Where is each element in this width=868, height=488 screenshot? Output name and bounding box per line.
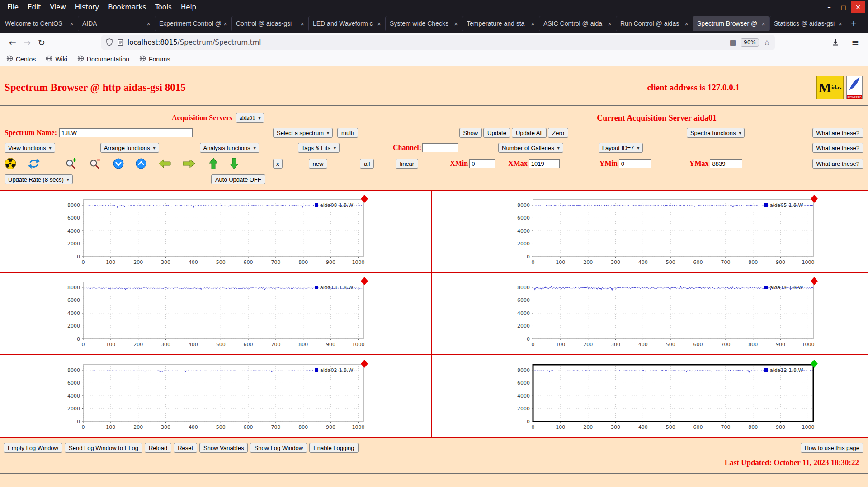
how-to-use-button[interactable]: How to use this page [801,443,863,453]
page-info-icon[interactable] [117,39,124,46]
tab-led-waveform[interactable]: LED and Waveform c × [308,16,385,31]
tags-fits-dropdown[interactable]: Tags & Fits ▾ [298,143,340,153]
spectrum-chart-aida13[interactable]: 0100200300400500600700800900100002000400… [58,275,370,352]
tab-asic-control[interactable]: ASIC Control @ aida × [539,16,616,31]
tab-close-icon[interactable]: × [531,20,535,28]
linear-button[interactable]: linear [396,159,418,169]
arrow-right-icon[interactable] [183,159,195,168]
enable-logging-button[interactable]: Enable Logging [309,443,358,453]
spectrum-chart-aida02[interactable]: 0100200300400500600700800900100002000400… [58,357,370,435]
tab-run-control[interactable]: Run Control @ aidas × [616,16,693,31]
refresh-icon[interactable] [28,158,40,169]
downloads-icon[interactable] [828,36,843,49]
tab-spectrum-browser[interactable]: Spectrum Browser @ × [693,16,769,31]
tab-close-icon[interactable]: × [684,20,689,28]
zero-button[interactable]: Zero [548,128,568,138]
new-button[interactable]: new [309,159,328,169]
zoom-in-icon[interactable] [65,158,77,169]
ymin-input[interactable] [619,159,651,168]
tab-close-icon[interactable]: × [761,20,765,28]
what-are-these-button-1[interactable]: What are these? [812,128,863,138]
ymax-input[interactable] [710,159,742,168]
tab-close-icon[interactable]: × [70,20,74,28]
reload-icon[interactable]: ↻ [34,36,49,49]
reload-button[interactable]: Reload [145,443,171,453]
channel-input[interactable] [422,143,458,152]
spectrum-chart-aida08[interactable]: 0100200300400500600700800900100002000400… [58,192,370,270]
shield-icon[interactable] [106,38,113,46]
tab-close-icon[interactable]: × [146,20,151,28]
arrange-functions-dropdown[interactable]: Arrange functions ▾ [100,143,159,153]
view-functions-dropdown[interactable]: View functions ▾ [5,143,55,153]
arrow-up-icon[interactable] [209,158,218,169]
multi-button[interactable]: multi [337,128,358,138]
tab-control[interactable]: Control @ aidas-gsi × [231,16,308,31]
all-button[interactable]: all [360,159,374,169]
acquisition-server-select[interactable]: aida01 ▾ [236,113,264,123]
sphere-down-icon[interactable] [113,158,124,169]
update-all-button[interactable]: Update All [512,128,547,138]
url-text[interactable]: localhost:8015/Spectrum/Spectrum.tml [127,38,261,47]
bookmark-star-icon[interactable]: ☆ [764,38,770,47]
tab-close-icon[interactable]: × [454,20,458,28]
arrow-down-icon[interactable] [230,158,239,169]
spectra-functions-dropdown[interactable]: Spectra functions ▾ [687,128,745,138]
bookmark-documentation[interactable]: Documentation [77,55,129,63]
tab-experiment-control[interactable]: Experiment Control @ × [155,16,231,31]
tab-system-checks[interactable]: System wide Checks × [385,16,462,31]
sphere-up-icon[interactable] [136,158,146,169]
tab-welcome-to-centos[interactable]: Welcome to CentOS × [1,16,78,31]
tab-close-icon[interactable]: × [223,20,227,28]
spectrum-chart-aida14[interactable]: 0100200300400500600700800900100002000400… [508,275,820,352]
url-bar[interactable]: localhost:8015/Spectrum/Spectrum.tml ▤ 9… [101,35,775,50]
radiation-icon[interactable] [5,158,16,169]
tab-statistics[interactable]: Statistics @ aidas-gsi × [769,16,846,31]
maximize-button[interactable]: □ [836,1,851,13]
menu-file[interactable]: File [3,2,23,13]
galleries-dropdown[interactable]: Number of Galleries ▾ [498,143,563,153]
what-are-these-button-3[interactable]: What are these? [812,159,863,169]
menu-bookmarks[interactable]: Bookmarks [104,2,151,13]
update-button[interactable]: Update [483,128,510,138]
xmax-input[interactable] [529,159,560,168]
menu-help[interactable]: Help [176,2,201,13]
forward-icon[interactable]: → [20,36,34,49]
bookmark-forums[interactable]: Forums [139,55,170,63]
analysis-functions-dropdown[interactable]: Analysis functions ▾ [200,143,259,153]
tab-close-icon[interactable]: × [608,20,612,28]
new-tab-button[interactable]: + [846,17,861,30]
send-log-to-elog-button[interactable]: Send Log Window to ELog [65,443,142,453]
reset-button[interactable]: Reset [174,443,197,453]
layout-id-dropdown[interactable]: Layout ID=7 ▾ [599,143,643,153]
arrow-left-icon[interactable] [158,159,171,168]
minimize-button[interactable]: – [822,1,836,13]
spectrum-name-input[interactable] [59,128,193,137]
zoom-indicator[interactable]: 90% [741,38,759,47]
hamburger-menu-icon[interactable]: ≡ [848,36,863,49]
menu-history[interactable]: History [71,2,104,13]
empty-log-window-button[interactable]: Empty Log Window [4,443,62,453]
close-window-button[interactable]: × [851,1,865,13]
zoom-out-icon[interactable] [89,158,101,169]
menu-edit[interactable]: Edit [23,2,45,13]
auto-update-button[interactable]: Auto Update OFF [211,174,265,184]
tab-close-icon[interactable]: × [838,20,842,28]
menu-view[interactable]: View [45,2,71,13]
tab-close-icon[interactable]: × [300,20,304,28]
spectrum-chart-aida05[interactable]: 0100200300400500600700800900100002000400… [508,192,820,270]
xmin-input[interactable] [469,159,495,168]
select-spectrum-dropdown[interactable]: Select a spectrum ▾ [273,128,333,138]
show-button[interactable]: Show [459,128,482,138]
show-variables-button[interactable]: Show Variables [199,443,248,453]
show-log-window-button[interactable]: Show Log Window [250,443,307,453]
what-are-these-button-2[interactable]: What are these? [812,143,863,153]
update-rate-dropdown[interactable]: Update Rate (8 secs) ▾ [5,174,73,184]
back-icon[interactable]: ← [5,36,20,49]
tab-temperature[interactable]: Temperature and sta × [462,16,539,31]
bookmark-wiki[interactable]: Wiki [46,55,67,63]
x-button[interactable]: x [273,159,283,169]
tab-close-icon[interactable]: × [377,20,381,28]
spectrum-chart-aida12[interactable]: 0100200300400500600700800900100002000400… [508,357,820,435]
reader-mode-icon[interactable]: ▤ [730,38,736,47]
menu-tools[interactable]: Tools [151,2,176,13]
